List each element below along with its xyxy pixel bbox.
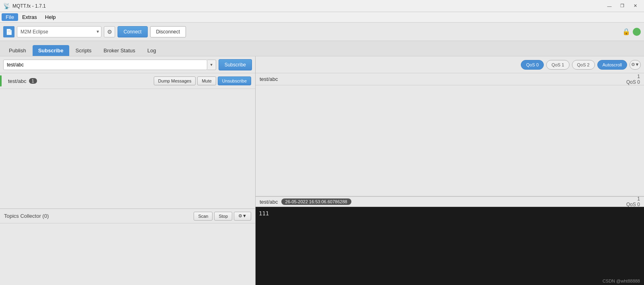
tab-log[interactable]: Log bbox=[142, 45, 162, 56]
message-header-top-right: 1 QoS 0 bbox=[626, 74, 640, 85]
lock-icon: 🔒 bbox=[622, 28, 630, 35]
topic-input[interactable] bbox=[3, 60, 207, 70]
qos1-button[interactable]: QoS 1 bbox=[546, 60, 569, 70]
menu-file[interactable]: File bbox=[2, 13, 18, 21]
connection-status-dot bbox=[633, 28, 641, 36]
message-payload: 111 bbox=[256, 207, 644, 285]
subscription-item-left: test/abc 1 bbox=[4, 78, 37, 84]
message-bottom-left: test/abc 26-05-2022 16:53:06.60786288 bbox=[260, 198, 351, 205]
watermark: CSDN @wht88888 bbox=[603, 279, 640, 283]
message-content-top bbox=[256, 85, 644, 196]
topics-settings-button[interactable]: ⚙▼ bbox=[234, 212, 251, 221]
topics-collector-header: Topics Collector (0) Scan Stop ⚙▼ bbox=[0, 209, 255, 223]
message-panel-bottom: test/abc 26-05-2022 16:53:06.60786288 1 … bbox=[256, 196, 644, 285]
main-content: ▼ Subscribe test/abc 1 Dump Messages Mut… bbox=[0, 56, 644, 285]
menubar: File Extras Help bbox=[0, 12, 644, 23]
qos0-button[interactable]: QoS 0 bbox=[521, 60, 544, 70]
tab-subscribe[interactable]: Subscribe bbox=[33, 45, 69, 56]
app-title: MQTT.fx - 1.7.1 bbox=[12, 3, 46, 9]
subscribe-bar: ▼ Subscribe bbox=[0, 56, 255, 73]
broker-select-wrapper: M2M Eclipse ▼ bbox=[17, 26, 101, 37]
subscription-count-badge: 1 bbox=[29, 78, 37, 84]
message-topic-bottom: test/abc bbox=[260, 199, 278, 205]
message-timestamp: 26-05-2022 16:53:06.60786288 bbox=[281, 198, 351, 205]
scan-button[interactable]: Scan bbox=[194, 212, 213, 221]
close-button[interactable]: ✕ bbox=[630, 2, 641, 10]
message-count-bottom: 1 bbox=[637, 196, 640, 202]
disconnect-button[interactable]: Disconnect bbox=[150, 26, 186, 37]
message-qos-top: QoS 0 bbox=[626, 79, 640, 85]
tabbar: Publish Subscribe Scripts Broker Status … bbox=[0, 41, 644, 56]
titlebar-left: 📡 MQTT.fx - 1.7.1 bbox=[3, 3, 46, 9]
qos2-button[interactable]: QoS 2 bbox=[572, 60, 595, 70]
right-panel-wrapper: QoS 0 QoS 1 QoS 2 Autoscroll ⚙▼ test/abc… bbox=[256, 56, 644, 285]
subscription-item: test/abc 1 Dump Messages Mute Unsubscrib… bbox=[0, 73, 255, 89]
connect-button[interactable]: Connect bbox=[118, 26, 148, 37]
topic-dropdown-button[interactable]: ▼ bbox=[207, 60, 216, 70]
stop-button[interactable]: Stop bbox=[214, 212, 232, 221]
message-header-bottom: test/abc 26-05-2022 16:53:06.60786288 1 … bbox=[256, 196, 644, 207]
mute-button[interactable]: Mute bbox=[197, 76, 216, 85]
message-qos-bottom: QoS 0 bbox=[626, 202, 640, 207]
toolbar: 📄 M2M Eclipse ▼ ⚙ Connect Disconnect 🔒 bbox=[0, 23, 644, 41]
topic-input-wrapper: ▼ bbox=[3, 60, 216, 70]
message-panel-top: test/abc 1 QoS 0 bbox=[256, 73, 644, 196]
message-header-top: test/abc 1 QoS 0 bbox=[256, 73, 644, 85]
toolbar-right: 🔒 bbox=[622, 28, 641, 36]
app-icon: 📡 bbox=[3, 3, 10, 9]
topics-collector-title: Topics Collector (0) bbox=[4, 213, 49, 219]
broker-settings-icon[interactable]: ⚙ bbox=[104, 26, 115, 37]
tab-publish[interactable]: Publish bbox=[3, 45, 32, 56]
message-count-top: 1 bbox=[637, 74, 640, 79]
titlebar-controls: — ❐ ✕ bbox=[604, 2, 641, 10]
tab-broker-status[interactable]: Broker Status bbox=[98, 45, 141, 56]
subscriptions-area: test/abc 1 Dump Messages Mute Unsubscrib… bbox=[0, 73, 255, 209]
menu-help[interactable]: Help bbox=[41, 13, 60, 21]
left-panel: ▼ Subscribe test/abc 1 Dump Messages Mut… bbox=[0, 56, 256, 285]
autoscroll-button[interactable]: Autoscroll bbox=[597, 60, 627, 70]
subscription-item-right: Dump Messages Mute Unsubscribe bbox=[154, 76, 251, 85]
subscription-topic: test/abc bbox=[8, 78, 27, 84]
maximize-button[interactable]: ❐ bbox=[617, 2, 628, 10]
topics-collector-buttons: Scan Stop ⚙▼ bbox=[194, 212, 251, 221]
subscription-color-bar bbox=[0, 75, 2, 87]
menu-extras[interactable]: Extras bbox=[18, 13, 41, 21]
message-topic-top: test/abc bbox=[260, 76, 278, 82]
tab-scripts[interactable]: Scripts bbox=[70, 45, 97, 56]
new-file-icon[interactable]: 📄 bbox=[3, 26, 14, 37]
right-panel: QoS 0 QoS 1 QoS 2 Autoscroll ⚙▼ test/abc… bbox=[256, 56, 644, 285]
topics-collector: Topics Collector (0) Scan Stop ⚙▼ bbox=[0, 209, 255, 285]
message-header-bottom-right: 1 QoS 0 bbox=[626, 196, 640, 207]
dump-messages-button[interactable]: Dump Messages bbox=[154, 76, 196, 85]
subscribe-button[interactable]: Subscribe bbox=[219, 59, 252, 70]
broker-select[interactable]: M2M Eclipse bbox=[17, 26, 101, 37]
messages-area: test/abc 1 QoS 0 test/abc 26-05-2022 16:… bbox=[256, 73, 644, 285]
message-settings-button[interactable]: ⚙▼ bbox=[630, 60, 641, 70]
minimize-button[interactable]: — bbox=[604, 2, 615, 10]
unsubscribe-button[interactable]: Unsubscribe bbox=[218, 76, 251, 85]
titlebar: 📡 MQTT.fx - 1.7.1 — ❐ ✕ bbox=[0, 0, 644, 12]
qos-bar: QoS 0 QoS 1 QoS 2 Autoscroll ⚙▼ bbox=[256, 56, 644, 73]
